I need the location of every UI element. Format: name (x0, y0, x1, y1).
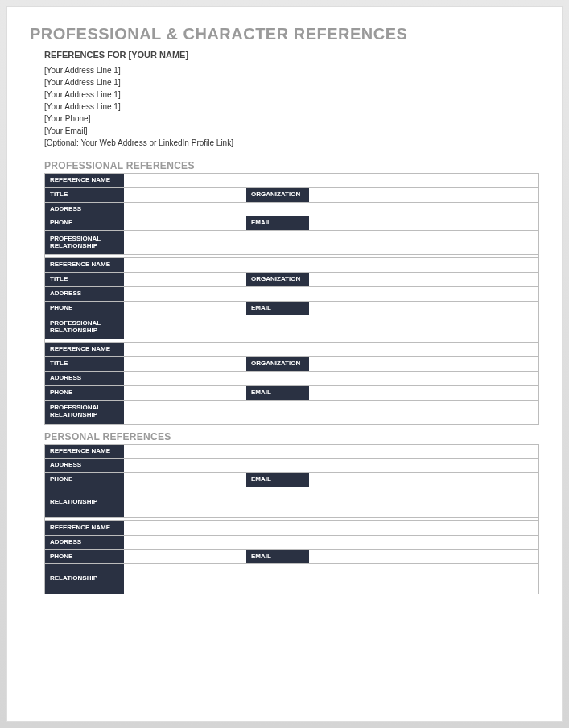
web-line: [Optional: Your Web Address or LinkedIn … (44, 137, 539, 149)
address-label: ADDRESS (45, 287, 124, 301)
email-label: EMAIL (246, 550, 309, 564)
address-line-2: [Your Address Line 1] (44, 76, 539, 88)
address-field[interactable] (124, 536, 538, 549)
table-row: ADDRESS (45, 459, 538, 473)
table-row: PROFESSIONAL RELATIONSHIP (45, 401, 538, 425)
title-label: TITLE (45, 273, 124, 286)
title-label: TITLE (45, 188, 124, 202)
table-row: PHONE EMAIL (45, 302, 538, 316)
reference-name-field[interactable] (124, 521, 538, 535)
address-line-1: [Your Address Line 1] (44, 64, 539, 76)
address-field[interactable] (124, 372, 538, 385)
professional-relationship-field[interactable] (124, 231, 538, 254)
page-title: PROFESSIONAL & CHARACTER REFERENCES (30, 25, 539, 43)
professional-references-table: REFERENCE NAME TITLE ORGANIZATION ADDRES… (44, 173, 539, 425)
relationship-label: RELATIONSHIP (45, 487, 124, 517)
email-line: [Your Email] (44, 125, 539, 137)
organization-label: ORGANIZATION (246, 273, 309, 286)
table-row: PROFESSIONAL RELATIONSHIP (45, 315, 538, 339)
table-row: ADDRESS (45, 203, 538, 217)
address-line-4: [Your Address Line 1] (44, 101, 539, 113)
table-row: REFERENCE NAME (45, 174, 538, 188)
reference-name-field[interactable] (124, 343, 538, 356)
email-label: EMAIL (246, 302, 309, 315)
address-line-3: [Your Address Line 1] (44, 88, 539, 101)
table-row: PHONE EMAIL (45, 550, 538, 565)
organization-label: ORGANIZATION (246, 188, 309, 202)
title-field[interactable] (124, 357, 246, 371)
phone-line: [Your Phone] (44, 113, 539, 125)
email-field[interactable] (309, 550, 538, 564)
organization-field[interactable] (309, 273, 538, 286)
address-label: ADDRESS (45, 536, 124, 549)
reference-name-label: REFERENCE NAME (45, 521, 124, 535)
table-row: TITLE ORGANIZATION (45, 188, 538, 203)
professional-relationship-label: PROFESSIONAL RELATIONSHIP (45, 315, 124, 339)
table-row: RELATIONSHIP (45, 564, 538, 594)
email-label: EMAIL (246, 386, 309, 400)
professional-references-heading: PROFESSIONAL REFERENCES (44, 160, 539, 171)
phone-field[interactable] (124, 302, 246, 315)
reference-name-field[interactable] (124, 258, 538, 272)
email-field[interactable] (309, 302, 538, 315)
phone-label: PHONE (45, 216, 124, 230)
reference-name-label: REFERENCE NAME (45, 343, 124, 356)
table-row: ADDRESS (45, 372, 538, 386)
organization-field[interactable] (309, 188, 538, 202)
relationship-field[interactable] (124, 564, 538, 594)
organization-field[interactable] (309, 357, 538, 371)
references-for-line: REFERENCES FOR [YOUR NAME] (44, 50, 539, 60)
phone-field[interactable] (124, 216, 246, 230)
personal-references-table: REFERENCE NAME ADDRESS PHONE EMAIL RELAT… (44, 444, 539, 595)
table-row: PROFESSIONAL RELATIONSHIP (45, 231, 538, 255)
table-row: TITLE ORGANIZATION (45, 357, 538, 372)
personal-references-heading: PERSONAL REFERENCES (44, 431, 539, 442)
title-label: TITLE (45, 357, 124, 371)
table-row: REFERENCE NAME (45, 445, 538, 459)
phone-field[interactable] (124, 550, 246, 564)
reference-name-field[interactable] (124, 445, 538, 459)
email-label: EMAIL (246, 473, 309, 487)
phone-label: PHONE (45, 473, 124, 487)
relationship-field[interactable] (124, 487, 538, 517)
reference-name-label: REFERENCE NAME (45, 174, 124, 187)
table-row: PHONE EMAIL (45, 473, 538, 487)
phone-label: PHONE (45, 386, 124, 400)
table-row: PHONE EMAIL (45, 386, 538, 401)
reference-name-label: REFERENCE NAME (45, 258, 124, 272)
document-page: PROFESSIONAL & CHARACTER REFERENCES REFE… (6, 6, 563, 722)
address-field[interactable] (124, 203, 538, 216)
table-row: REFERENCE NAME (45, 258, 538, 273)
title-field[interactable] (124, 273, 246, 286)
organization-label: ORGANIZATION (246, 357, 309, 371)
title-field[interactable] (124, 188, 246, 202)
professional-relationship-label: PROFESSIONAL RELATIONSHIP (45, 401, 124, 424)
reference-name-label: REFERENCE NAME (45, 445, 124, 459)
address-label: ADDRESS (45, 372, 124, 385)
address-label: ADDRESS (45, 459, 124, 472)
phone-label: PHONE (45, 302, 124, 315)
address-field[interactable] (124, 287, 538, 301)
phone-field[interactable] (124, 386, 246, 400)
email-label: EMAIL (246, 216, 309, 230)
phone-field[interactable] (124, 473, 246, 487)
email-field[interactable] (309, 216, 538, 230)
table-row: ADDRESS (45, 287, 538, 302)
email-field[interactable] (309, 386, 538, 400)
professional-relationship-field[interactable] (124, 315, 538, 339)
relationship-label: RELATIONSHIP (45, 564, 124, 594)
contact-info-block: [Your Address Line 1] [Your Address Line… (44, 64, 539, 149)
professional-relationship-field[interactable] (124, 401, 538, 424)
address-field[interactable] (124, 459, 538, 472)
table-row: TITLE ORGANIZATION (45, 273, 538, 287)
professional-relationship-label: PROFESSIONAL RELATIONSHIP (45, 231, 124, 254)
table-row: RELATIONSHIP (45, 487, 538, 518)
table-row: REFERENCE NAME (45, 343, 538, 357)
table-row: PHONE EMAIL (45, 216, 538, 231)
reference-name-field[interactable] (124, 174, 538, 187)
table-row: REFERENCE NAME (45, 521, 538, 536)
table-row: ADDRESS (45, 536, 538, 550)
phone-label: PHONE (45, 550, 124, 564)
email-field[interactable] (309, 473, 538, 487)
address-label: ADDRESS (45, 203, 124, 216)
